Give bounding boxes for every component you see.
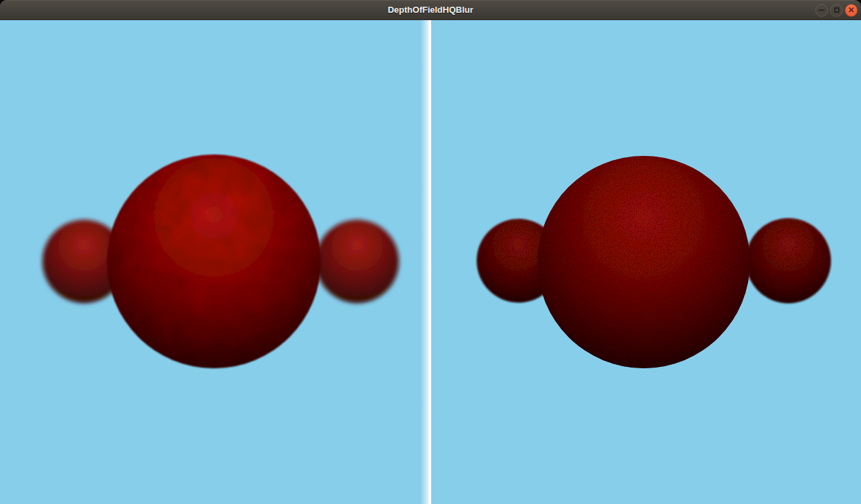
maximize-button[interactable] [830, 4, 843, 17]
minimize-icon [819, 9, 825, 11]
small-sphere-right [746, 218, 831, 303]
noisy-render-viewport [431, 20, 861, 504]
window-title: DepthOfFieldHQBlur [0, 0, 861, 20]
smooth-render-viewport [0, 20, 428, 504]
app-window: DepthOfFieldHQBlur ✕ [0, 0, 861, 504]
maximize-icon [834, 7, 839, 13]
render-panel-noisy [431, 20, 861, 504]
window-controls: ✕ [815, 0, 858, 20]
render-content [0, 20, 861, 504]
render-panel-smooth [0, 20, 428, 504]
close-icon: ✕ [848, 6, 854, 14]
large-sphere [537, 156, 750, 368]
large-sphere [107, 155, 321, 368]
close-button[interactable]: ✕ [845, 4, 858, 17]
small-sphere-right [315, 220, 399, 303]
minimize-button[interactable] [815, 4, 828, 17]
titlebar[interactable]: DepthOfFieldHQBlur ✕ [0, 0, 861, 20]
